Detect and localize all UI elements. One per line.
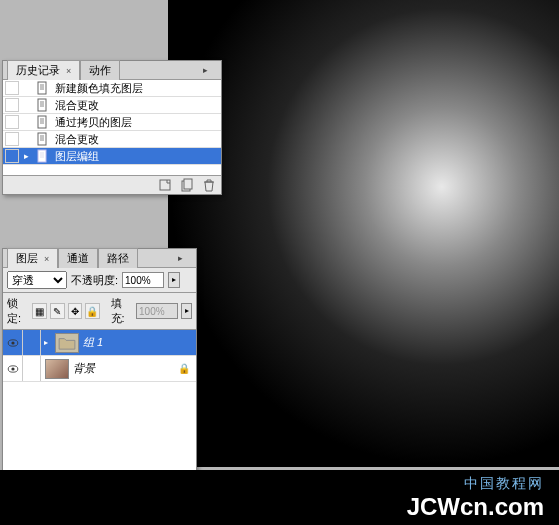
document-icon: [34, 81, 50, 95]
layers-lock-row: 锁定: ▦ ✎ ✥ 🔒 填充: ▸: [3, 293, 196, 330]
svg-rect-0: [38, 82, 46, 94]
document-icon: [34, 149, 50, 163]
visibility-toggle[interactable]: [3, 356, 23, 381]
canvas-area[interactable]: [168, 0, 559, 467]
history-snapshot-col[interactable]: [5, 98, 19, 112]
tab-actions[interactable]: 动作: [80, 60, 120, 80]
opacity-label: 不透明度:: [71, 273, 118, 288]
svg-point-26: [11, 367, 14, 370]
history-snapshot-col[interactable]: [5, 149, 19, 163]
trash-icon[interactable]: [201, 178, 217, 192]
layer-row[interactable]: 背景 🔒: [3, 356, 196, 382]
tab-layers[interactable]: 图层 ×: [7, 248, 58, 268]
layers-panel-tabs: 图层 × 通道 路径: [3, 249, 196, 268]
panel-menu-icon[interactable]: [203, 63, 217, 75]
lock-label: 锁定:: [7, 296, 29, 326]
history-footer: [3, 176, 221, 194]
history-snapshot-col[interactable]: [5, 81, 19, 95]
history-label: 新建颜色填充图层: [53, 81, 219, 96]
new-snapshot-icon[interactable]: [179, 178, 195, 192]
eye-icon: [7, 365, 19, 373]
lock-icon: 🔒: [178, 363, 192, 374]
layers-panel: 图层 × 通道 路径 穿透 不透明度: ▸ 锁定: ▦ ✎ ✥ 🔒 填充: ▸: [2, 248, 197, 478]
layer-row[interactable]: ▸ 组 1: [3, 330, 196, 356]
history-panel: 历史记录 × 动作 新建颜色填充图层 混合更改 通过拷贝的图层: [2, 60, 222, 195]
close-icon[interactable]: ×: [66, 66, 71, 76]
svg-rect-4: [38, 99, 46, 111]
close-icon[interactable]: ×: [44, 254, 49, 264]
blend-mode-select[interactable]: 穿透: [7, 271, 67, 289]
history-marker: ▸: [21, 151, 31, 161]
tab-history[interactable]: 历史记录 ×: [7, 60, 80, 80]
watermark: 中国教程网 JCWcn.com: [0, 470, 559, 525]
history-snapshot-col[interactable]: [5, 115, 19, 129]
layers-list: ▸ 组 1 背景 🔒: [3, 330, 196, 470]
svg-rect-16: [38, 150, 46, 162]
expand-arrow-icon[interactable]: ▸: [41, 338, 51, 347]
tab-paths[interactable]: 路径: [98, 248, 138, 268]
layer-name[interactable]: 组 1: [83, 335, 196, 350]
panel-menu-icon[interactable]: [178, 251, 192, 263]
layer-name[interactable]: 背景: [73, 361, 178, 376]
svg-rect-12: [38, 133, 46, 145]
lock-all-icon[interactable]: 🔒: [85, 303, 100, 319]
document-icon: [34, 132, 50, 146]
fill-input: [136, 303, 178, 319]
link-col[interactable]: [23, 330, 41, 355]
history-item[interactable]: 混合更改: [3, 97, 221, 114]
document-icon: [34, 98, 50, 112]
link-col[interactable]: [23, 356, 41, 381]
folder-icon: [55, 333, 79, 353]
watermark-cn: 中国教程网: [464, 475, 544, 493]
history-item[interactable]: 新建颜色填充图层: [3, 80, 221, 97]
lock-brush-icon[interactable]: ✎: [50, 303, 65, 319]
layers-options: 穿透 不透明度: ▸: [3, 268, 196, 293]
visibility-toggle[interactable]: [3, 330, 23, 355]
history-list: 新建颜色填充图层 混合更改 通过拷贝的图层 混合更改 ▸ 图层编组: [3, 80, 221, 176]
svg-rect-8: [38, 116, 46, 128]
fill-slider-arrow[interactable]: ▸: [181, 303, 192, 319]
opacity-slider-arrow[interactable]: ▸: [168, 272, 180, 288]
tab-label: 历史记录: [16, 64, 60, 76]
tab-channels[interactable]: 通道: [58, 248, 98, 268]
document-icon: [34, 115, 50, 129]
lock-transparency-icon[interactable]: ▦: [32, 303, 47, 319]
history-item[interactable]: ▸ 图层编组: [3, 148, 221, 165]
history-label: 混合更改: [53, 132, 219, 147]
svg-rect-20: [160, 180, 170, 190]
history-panel-tabs: 历史记录 × 动作: [3, 61, 221, 80]
lock-move-icon[interactable]: ✥: [68, 303, 83, 319]
tab-label: 路径: [107, 252, 129, 264]
document-image[interactable]: [168, 0, 559, 467]
opacity-input[interactable]: [122, 272, 164, 288]
history-label: 混合更改: [53, 98, 219, 113]
new-document-icon[interactable]: [157, 178, 173, 192]
layer-thumbnail: [45, 359, 69, 379]
fill-label: 填充:: [111, 296, 133, 326]
tab-label: 动作: [89, 64, 111, 76]
tab-label: 通道: [67, 252, 89, 264]
watermark-en: JCWcn.com: [407, 493, 544, 521]
history-label: 通过拷贝的图层: [53, 115, 219, 130]
history-item[interactable]: 通过拷贝的图层: [3, 114, 221, 131]
svg-rect-22: [184, 179, 192, 189]
eye-icon: [7, 339, 19, 347]
tab-label: 图层: [16, 252, 38, 264]
history-snapshot-col[interactable]: [5, 132, 19, 146]
history-item[interactable]: 混合更改: [3, 131, 221, 148]
svg-point-24: [11, 341, 14, 344]
history-label: 图层编组: [53, 149, 219, 164]
